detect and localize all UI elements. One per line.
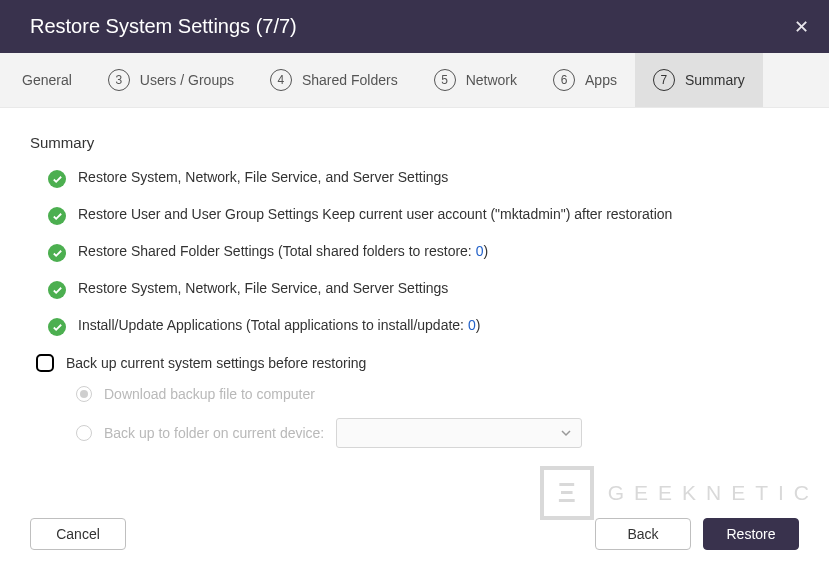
step-label: Summary bbox=[685, 72, 745, 88]
step-number-icon: 7 bbox=[653, 69, 675, 91]
radio-row-download: Download backup file to computer bbox=[76, 386, 799, 402]
backup-checkbox-row: Back up current system settings before r… bbox=[36, 354, 799, 372]
summary-item: Restore System, Network, File Service, a… bbox=[48, 280, 799, 299]
summary-item: Restore User and User Group Settings Kee… bbox=[48, 206, 799, 225]
section-title: Summary bbox=[30, 134, 799, 151]
summary-text: Restore User and User Group Settings Kee… bbox=[78, 206, 672, 222]
step-label: Network bbox=[466, 72, 517, 88]
step-number-icon: 6 bbox=[553, 69, 575, 91]
cancel-button[interactable]: Cancel bbox=[30, 518, 126, 550]
backup-sub-options: Download backup file to computer Back up… bbox=[76, 386, 799, 448]
step-number-icon: 5 bbox=[434, 69, 456, 91]
radio-row-folder: Back up to folder on current device: bbox=[76, 418, 799, 448]
summary-text: Restore System, Network, File Service, a… bbox=[78, 169, 448, 185]
step-label: Shared Folders bbox=[302, 72, 398, 88]
summary-text: Install/Update Applications (Total appli… bbox=[78, 317, 480, 333]
radio-download[interactable] bbox=[76, 386, 92, 402]
dialog-header: Restore System Settings (7/7) ✕ bbox=[0, 0, 829, 53]
summary-item: Restore Shared Folder Settings (Total sh… bbox=[48, 243, 799, 262]
radio-label: Back up to folder on current device: bbox=[104, 425, 324, 441]
wizard-stepper: General 3 Users / Groups 4 Shared Folder… bbox=[0, 53, 829, 108]
step-label: Apps bbox=[585, 72, 617, 88]
radio-label: Download backup file to computer bbox=[104, 386, 315, 402]
step-apps[interactable]: 6 Apps bbox=[535, 53, 635, 107]
backup-checkbox-label: Back up current system settings before r… bbox=[66, 355, 366, 371]
summary-text: Restore System, Network, File Service, a… bbox=[78, 280, 448, 296]
step-general[interactable]: General bbox=[0, 53, 90, 107]
dialog-footer: Cancel Back Restore bbox=[0, 512, 829, 572]
count-link[interactable]: 0 bbox=[468, 317, 476, 333]
summary-item: Install/Update Applications (Total appli… bbox=[48, 317, 799, 336]
step-shared-folders[interactable]: 4 Shared Folders bbox=[252, 53, 416, 107]
close-icon[interactable]: ✕ bbox=[794, 16, 809, 38]
step-network[interactable]: 5 Network bbox=[416, 53, 535, 107]
dialog-content: Summary Restore System, Network, File Se… bbox=[0, 108, 829, 448]
summary-item: Restore System, Network, File Service, a… bbox=[48, 169, 799, 188]
backup-checkbox[interactable] bbox=[36, 354, 54, 372]
check-icon bbox=[48, 281, 66, 299]
step-label: General bbox=[22, 72, 72, 88]
step-users-groups[interactable]: 3 Users / Groups bbox=[90, 53, 252, 107]
back-button[interactable]: Back bbox=[595, 518, 691, 550]
summary-text: Restore Shared Folder Settings (Total sh… bbox=[78, 243, 488, 259]
check-icon bbox=[48, 318, 66, 336]
chevron-down-icon bbox=[561, 428, 571, 438]
radio-folder[interactable] bbox=[76, 425, 92, 441]
step-label: Users / Groups bbox=[140, 72, 234, 88]
summary-list: Restore System, Network, File Service, a… bbox=[30, 169, 799, 336]
restore-button[interactable]: Restore bbox=[703, 518, 799, 550]
check-icon bbox=[48, 244, 66, 262]
step-summary[interactable]: 7 Summary bbox=[635, 53, 763, 107]
step-number-icon: 3 bbox=[108, 69, 130, 91]
folder-select[interactable] bbox=[336, 418, 582, 448]
check-icon bbox=[48, 170, 66, 188]
watermark-text: GEEKNETIC bbox=[608, 481, 819, 505]
check-icon bbox=[48, 207, 66, 225]
dialog-title: Restore System Settings (7/7) bbox=[30, 15, 297, 38]
step-number-icon: 4 bbox=[270, 69, 292, 91]
